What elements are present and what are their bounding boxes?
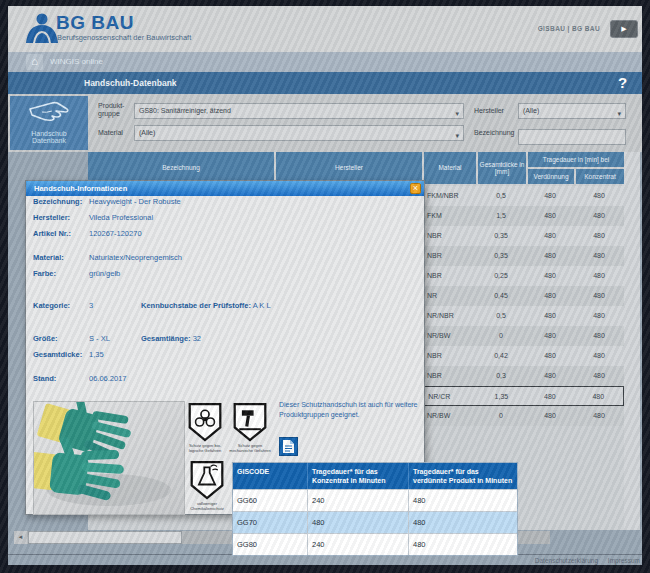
cell-konz: 480: [574, 286, 624, 306]
field-gesamtdicke-value: 1,35: [89, 350, 104, 359]
field-kategorie-label: Kategorie:: [33, 301, 70, 310]
cell-giscode: GG60: [233, 490, 308, 511]
sidebar-item-handschuh-datenbank[interactable]: Handschub Datenbank: [10, 96, 88, 150]
cell-verduennt: 480: [409, 512, 517, 533]
mechanical-caption: Schutz gegen mechanische Gefahren: [227, 444, 273, 453]
field-groesse-value: S - XL: [89, 334, 110, 343]
cell-konzentrat: 240: [308, 490, 409, 511]
pdf-icon[interactable]: [279, 437, 298, 456]
column-header-konzentrat: Konzentrat: [576, 169, 624, 184]
cell-verd: 480: [526, 326, 574, 346]
giscode-row: GG60240480: [233, 489, 517, 511]
giscode-rows: GG60240480GG70480480GG80240480: [233, 489, 517, 555]
cell-giscode: GG80: [233, 534, 308, 555]
hersteller-label: Hersteller: [474, 107, 504, 115]
chevron-down-icon: ▾: [455, 129, 459, 143]
cell-mat: NR/NBR: [424, 306, 476, 326]
giscode-row: GG70480480: [233, 511, 517, 533]
cell-mat: FKM: [424, 206, 476, 226]
cell-verd: 480: [526, 306, 574, 326]
page-title: Handschuh-Datenbank: [84, 78, 177, 88]
cell-dick: 0: [476, 326, 526, 346]
cell-konz: 480: [574, 186, 624, 206]
column-header-verduennung: Verdünnung: [528, 169, 574, 184]
cell-konz: 480: [574, 206, 624, 226]
giscode-row: GG80240480: [233, 533, 517, 555]
table-right-gutter: [624, 152, 640, 530]
close-icon[interactable]: ×: [410, 183, 421, 194]
cell-dick: 0,45: [476, 286, 526, 306]
biohazard-shield-icon: [187, 401, 223, 443]
hersteller-select[interactable]: (Alle) ▾: [518, 103, 626, 119]
breadcrumb-bar: [8, 52, 642, 72]
cell-dick: 0,35: [476, 226, 526, 246]
verduennt-col-header: Tragedauer* für das verdünnte Produkt in…: [409, 463, 517, 489]
cell-mat: NR/BW: [424, 326, 476, 346]
cell-verd: 480: [526, 286, 574, 306]
app-window: BG BAU Berufsgenossenschaft der Bauwirts…: [0, 0, 650, 573]
chemical-protection-shield-icon: [189, 459, 225, 501]
cell-mat: NBR: [424, 246, 476, 266]
cell-verd: 480: [526, 346, 574, 366]
footer-links: Datenschutzerklärung Impressum: [430, 557, 640, 564]
cell-konz: 480: [574, 346, 624, 366]
giscode-table-header: GISCODE Tragedauer* für das Konzentrat i…: [233, 463, 517, 489]
column-header-tragedauer: Tragedauer in [min] bei: [528, 152, 624, 167]
field-gesamtlaenge-value: 32: [193, 334, 201, 343]
scroll-left-button[interactable]: ◄: [14, 531, 27, 544]
bezeichnung-label: Bezeichnung: [474, 129, 514, 137]
cell-dick: 1,5: [476, 206, 526, 226]
imprint-link[interactable]: Impressum: [608, 557, 640, 564]
giscode-col-header: GISCODE: [233, 463, 308, 489]
horizontal-scrollbar-thumb[interactable]: [28, 531, 182, 544]
field-material-label: Material:: [33, 253, 64, 262]
produktgruppe-value: GS80: Sanitärreiniger, ätzend: [139, 107, 231, 114]
material-select[interactable]: (Alle) ▾: [134, 125, 464, 141]
breadcrumb[interactable]: WINGIS online: [50, 57, 103, 66]
cell-konz: 480: [574, 387, 623, 405]
field-material-value: Naturlatex/Neoprengemisch: [89, 253, 182, 262]
cell-dick: 0: [476, 406, 526, 426]
field-hersteller-label: Hersteller:: [33, 213, 70, 222]
hersteller-value: (Alle): [523, 107, 539, 114]
home-icon[interactable]: ⌂: [26, 54, 43, 70]
field-gesamtdicke-label: Gesamtdicke:: [33, 350, 82, 359]
chevron-down-icon: ▾: [617, 107, 621, 121]
field-farbe-value: grün/gelb: [89, 269, 120, 278]
privacy-link[interactable]: Datenschutzerklärung: [535, 557, 598, 564]
cell-mat: NBR: [424, 226, 476, 246]
biohazard-caption: Schutz gegen bio-logische Gefahren: [182, 444, 228, 453]
field-artikel-label: Artikel Nr.:: [33, 229, 71, 238]
cell-mat: NBR: [424, 266, 476, 286]
cell-konz: 480: [574, 306, 624, 326]
document-glyph: [283, 440, 294, 453]
cell-verd: 480: [526, 266, 574, 286]
field-kennbuchstabe-value: A K L: [253, 301, 271, 310]
cell-verd: 480: [526, 366, 574, 386]
produktgruppe-select[interactable]: GS80: Sanitärreiniger, ätzend ▾: [134, 103, 464, 119]
cell-dick: 0,5: [476, 306, 526, 326]
konzentrat-col-header: Tragedauer* für das Konzentrat in Minute…: [308, 463, 409, 489]
field-stand-label: Stand:: [33, 374, 56, 383]
bezeichnung-input[interactable]: [518, 129, 626, 145]
chevron-down-icon: ▾: [455, 107, 459, 121]
glove-photo: [33, 401, 185, 515]
field-kategorie-value: 3: [89, 301, 93, 310]
help-button[interactable]: ?: [618, 74, 627, 91]
cell-mat: NR/CR: [425, 387, 476, 405]
cell-dick: 0,25: [476, 266, 526, 286]
cell-mat: FKM/NBR: [424, 186, 476, 206]
material-value: (Alle): [139, 129, 155, 136]
field-kennbuchstabe: Kennbuchstabe der Prüfstoffe: A K L: [141, 301, 271, 310]
cell-konz: 480: [574, 406, 624, 426]
field-stand-value: 06.06.2017: [89, 374, 127, 383]
mechanical-hazard-shield-icon: [232, 401, 268, 443]
column-header-gesamtdicke: Gesamtdicke in [mm]: [478, 152, 526, 184]
field-hersteller-value: Vileda Professional: [89, 213, 153, 222]
additional-groups-note: Dieser Schutzhandschuh ist auch für weit…: [279, 400, 421, 420]
cell-verd: 480: [526, 387, 573, 405]
cell-konz: 480: [574, 266, 624, 286]
cell-verd: 480: [526, 226, 574, 246]
portal-toggle-button[interactable]: ▶: [610, 20, 638, 38]
cell-giscode: GG70: [233, 512, 308, 533]
